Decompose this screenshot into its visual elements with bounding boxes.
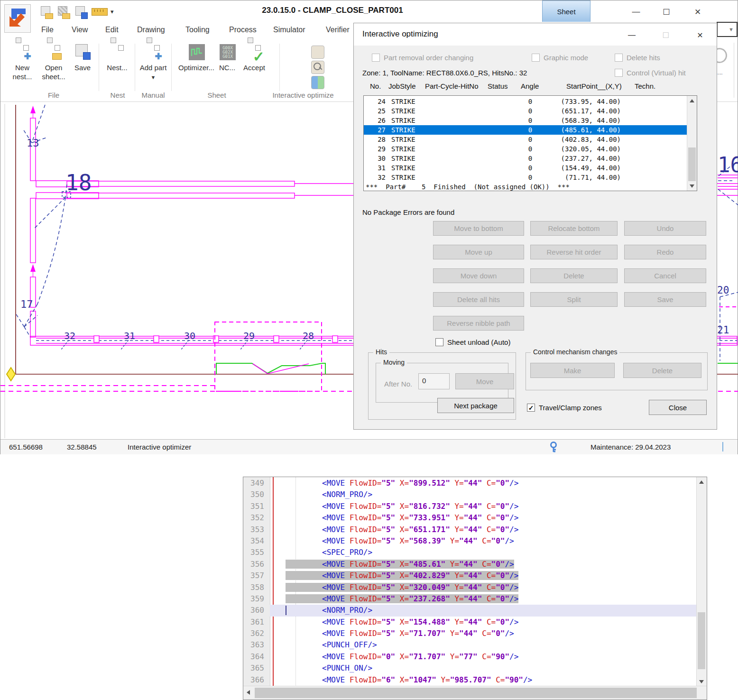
tab-file[interactable]: File	[41, 26, 54, 34]
maximize-button[interactable]: ☐	[658, 5, 675, 18]
code-line[interactable]: 366 <MOVE FlowID="6" X="1047" Y="985.707…	[243, 674, 697, 686]
undo-button[interactable]: Undo	[624, 221, 706, 236]
dialog-titlebar[interactable]: Interactive optimizing — ☐ ✕	[354, 23, 717, 46]
move-up-button[interactable]: Move up	[433, 245, 524, 259]
code-line[interactable]: 362 <MOVE FlowID="5" X="71.707" Y="44" C…	[243, 628, 697, 639]
delete-button[interactable]: Delete	[530, 268, 618, 283]
tab-view[interactable]: View	[72, 26, 88, 34]
hit-row[interactable]: 27STRIKE0(485.61, 44.00)	[364, 125, 687, 135]
hit-list-scrollbar[interactable]	[687, 96, 697, 191]
hit-row[interactable]: 30STRIKE0(237.27, 44.00)	[364, 154, 687, 163]
tab-sheet[interactable]: Sheet	[542, 0, 590, 22]
quick-access-dropdown-icon[interactable]: ▾	[111, 8, 114, 15]
code-lines[interactable]: 349 <MOVE FlowID="5" X="899.512" Y="44" …	[243, 478, 697, 686]
code-line[interactable]: 364 <MOVE FlowID="0" X="71.707" Y="77" C…	[243, 651, 697, 663]
tab-process[interactable]: Process	[229, 26, 257, 34]
scrollbar-thumb[interactable]	[688, 147, 696, 181]
part-removal-checkbox[interactable]: Part removal order changing	[372, 54, 473, 62]
dialog-maximize-button[interactable]: ☐	[658, 29, 673, 41]
reverse-nibble-path-button[interactable]: Reverse nibble path	[433, 316, 524, 331]
open-sheet-button[interactable]: Open sheet...	[38, 44, 69, 81]
cancel-button[interactable]: Cancel	[624, 268, 706, 283]
nc-code-editor[interactable]: 349 <MOVE FlowID="5" X="899.512" Y="44" …	[243, 477, 707, 700]
tab-drawing[interactable]: Drawing	[137, 26, 165, 34]
save-icon[interactable]	[75, 6, 87, 18]
control-virtual-hit-checkbox[interactable]: Control (Virtual) hit	[615, 69, 686, 77]
save-button-dialog[interactable]: Save	[624, 292, 706, 307]
code-line[interactable]: 352 <MOVE FlowID="5" X="733.951" Y="44" …	[243, 512, 697, 524]
control-delete-button[interactable]: Delete	[623, 363, 701, 378]
optimizer-button[interactable]: Optimizer...	[176, 44, 217, 72]
reverse-hit-order-button[interactable]: Reverse hit order	[530, 245, 618, 259]
hit-row[interactable]: 31STRIKE0(154.49, 44.00)	[364, 163, 687, 173]
code-line[interactable]: 358 <MOVE FlowID="5" X="320.049" Y="44" …	[243, 582, 697, 593]
delete-hits-checkbox[interactable]: Delete hits	[615, 54, 660, 62]
code-vscroll-thumb[interactable]	[698, 612, 705, 669]
dialog-close-button[interactable]: ✕	[692, 29, 708, 41]
save-button[interactable]: Save	[71, 44, 94, 72]
tab-simulator[interactable]: Simulator	[273, 26, 305, 34]
edge-combobox[interactable]: ▼	[717, 22, 738, 37]
interactive-optimize-icon[interactable]	[311, 76, 324, 89]
scroll-up-icon[interactable]	[687, 96, 697, 105]
hit-row[interactable]: 32STRIKE0(71.71, 44.00)	[364, 173, 687, 182]
delete-all-hits-button[interactable]: Delete all hits	[433, 292, 524, 307]
close-button-dialog[interactable]: Close	[649, 400, 707, 415]
nest-button[interactable]: Nest...	[103, 44, 131, 72]
code-line[interactable]: 354 <MOVE FlowID="5" X="568.39" Y="44" C…	[243, 535, 697, 547]
code-line[interactable]: 353 <MOVE FlowID="5" X="651.171" Y="44" …	[243, 524, 697, 535]
tab-verifier[interactable]: Verifier	[326, 26, 350, 34]
split-button[interactable]: Split	[530, 292, 618, 307]
open-part-icon[interactable]	[57, 6, 70, 18]
graphic-mode-checkbox[interactable]: Graphic mode	[532, 54, 588, 62]
scroll-down-icon[interactable]	[687, 181, 697, 191]
close-button[interactable]: ✕	[689, 5, 706, 18]
code-line[interactable]: 359 <MOVE FlowID="5" X="237.268" Y="44" …	[243, 593, 697, 605]
hit-order-hand-icon[interactable]	[311, 46, 324, 59]
code-line[interactable]: 355 <SPEC_PRO/>	[243, 547, 697, 558]
hit-row[interactable]: 29STRIKE0(320.05, 44.00)	[364, 144, 687, 154]
hit-row[interactable]: 28STRIKE0(402.83, 44.00)	[364, 135, 687, 144]
hit-list[interactable]: 24STRIKE0(733.95, 44.00)25STRIKE0(651.17…	[363, 95, 697, 191]
hit-zoom-icon[interactable]	[311, 61, 324, 74]
code-line[interactable]: 357 <MOVE FlowID="5" X="402.829" Y="44" …	[243, 570, 697, 581]
new-nest-button[interactable]: ✚ New nest...	[7, 44, 37, 81]
code-line[interactable]: 349 <MOVE FlowID="5" X="899.512" Y="44" …	[243, 478, 697, 489]
code-line[interactable]: 361 <MOVE FlowID="5" X="154.488" Y="44" …	[243, 617, 697, 628]
travel-clamp-zones-checkbox[interactable]: ✓Travel/Clamp zones	[527, 404, 602, 412]
add-part-button[interactable]: ✚ Add part ▼	[139, 44, 167, 82]
code-line[interactable]: 351 <MOVE FlowID="5" X="816.732" Y="44" …	[243, 501, 697, 512]
move-to-bottom-button[interactable]: Move to bottom	[433, 221, 524, 236]
code-horizontal-scrollbar[interactable]	[243, 686, 707, 700]
hit-list-footer-row[interactable]: *** Part# 5 Finished (Not assigned (OK))…	[364, 182, 687, 191]
code-line[interactable]: 350 <NORM_PRO/>	[243, 489, 697, 500]
hit-row[interactable]: 26STRIKE0(568.39, 44.00)	[364, 116, 687, 125]
code-line[interactable]: 356 <MOVE FlowID="5" X="485.61" Y="44" C…	[243, 559, 697, 570]
accept-button[interactable]: ✓ Accept	[240, 44, 268, 72]
nc-button[interactable]: G00X G02X G01X NC...	[216, 44, 239, 72]
move-down-button[interactable]: Move down	[433, 268, 524, 283]
tab-edit[interactable]: Edit	[105, 26, 119, 34]
relocate-bottom-button[interactable]: Relocate bottom	[530, 221, 618, 236]
dialog-minimize-button[interactable]: —	[624, 29, 639, 41]
code-line[interactable]: 363 <PUNCH_OFF/>	[243, 639, 697, 651]
next-package-button[interactable]: Next package	[437, 398, 514, 413]
hit-row[interactable]: 24STRIKE0(733.95, 44.00)	[364, 97, 687, 106]
code-hscroll-thumb[interactable]	[255, 688, 697, 698]
code-line[interactable]: 365 <PUNCH_ON/>	[243, 663, 697, 674]
redo-button[interactable]: Redo	[624, 245, 706, 259]
code-line[interactable]: 360 <NORM_PRO/>	[243, 605, 697, 616]
scroll-left-icon[interactable]	[243, 688, 253, 697]
sheet-unload-checkbox[interactable]: Sheet unload (Auto)	[435, 338, 510, 346]
hit-row[interactable]: 25STRIKE0(651.17, 44.00)	[364, 106, 687, 116]
code-vertical-scrollbar[interactable]	[696, 477, 707, 686]
open-icon[interactable]	[40, 6, 53, 18]
make-button[interactable]: Make	[530, 363, 615, 378]
move-button[interactable]: Move	[455, 373, 514, 389]
tab-tooling[interactable]: Tooling	[185, 26, 210, 34]
scroll-up-icon[interactable]	[697, 477, 706, 487]
app-logo-button[interactable]	[4, 4, 31, 33]
ruler-icon[interactable]	[92, 8, 108, 16]
scroll-down-icon[interactable]	[697, 677, 706, 686]
minimize-button[interactable]: —	[627, 5, 645, 18]
